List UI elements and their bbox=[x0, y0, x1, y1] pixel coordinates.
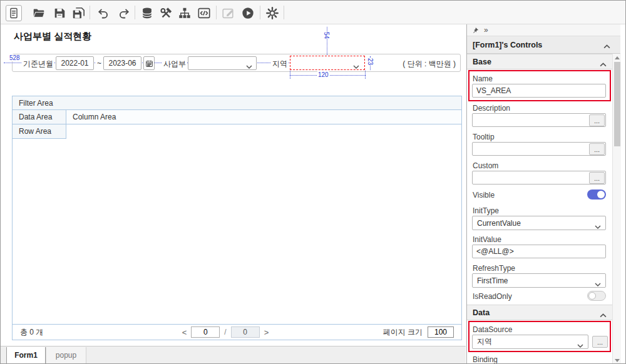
isreadonly-label: IsReadOnly bbox=[473, 292, 512, 301]
toolbar-separator bbox=[260, 6, 260, 19]
toggle-knob bbox=[597, 191, 605, 198]
height-dimension-label: 23 bbox=[366, 58, 374, 65]
prev-page-button[interactable]: < bbox=[182, 328, 187, 337]
scroll-up-icon[interactable] bbox=[615, 56, 620, 59]
save-icon[interactable] bbox=[51, 5, 68, 21]
section-base[interactable]: Base bbox=[467, 54, 620, 69]
guide-offset-x-label: 528 bbox=[9, 54, 21, 61]
database-icon[interactable] bbox=[139, 5, 155, 21]
open-folder-icon[interactable] bbox=[31, 5, 47, 21]
guide-offset-y-label: 54 bbox=[322, 32, 331, 39]
initvalue-label: InitValue bbox=[473, 235, 501, 244]
calendar-button[interactable] bbox=[143, 56, 155, 70]
chevron-down-icon bbox=[595, 222, 601, 231]
division-select[interactable] bbox=[188, 56, 257, 70]
inittype-label: InitType bbox=[473, 206, 499, 215]
toolbar-separator bbox=[216, 6, 217, 19]
region-label: 지역 bbox=[271, 59, 289, 69]
edit-icon[interactable] bbox=[220, 5, 236, 21]
run-icon[interactable] bbox=[240, 5, 256, 21]
tooltip-input[interactable] bbox=[472, 142, 606, 156]
pin-icon[interactable] bbox=[472, 27, 479, 34]
hierarchy-icon[interactable] bbox=[177, 5, 193, 21]
column-area[interactable]: Column Area bbox=[66, 110, 461, 124]
isreadonly-toggle[interactable] bbox=[587, 291, 606, 301]
tooltip-ellipsis-button[interactable]: ... bbox=[589, 143, 605, 155]
scroll-down-icon[interactable] bbox=[615, 359, 620, 362]
chevron-down-icon bbox=[246, 62, 252, 71]
calendar-icon bbox=[145, 59, 153, 68]
description-ellipsis-button[interactable]: ... bbox=[589, 114, 605, 126]
tab-popup[interactable]: popup bbox=[46, 347, 86, 364]
main-toolbar bbox=[1, 1, 626, 24]
page-size-input[interactable] bbox=[428, 326, 454, 338]
visible-toggle[interactable] bbox=[587, 190, 606, 200]
new-document-icon[interactable] bbox=[6, 5, 22, 21]
chevron-up-icon bbox=[600, 60, 607, 69]
scrollbar-thumb[interactable] bbox=[614, 62, 620, 146]
page-title: 사업부별 실적현황 bbox=[14, 31, 91, 43]
period-to-input[interactable] bbox=[103, 56, 141, 70]
settings-icon[interactable] bbox=[264, 5, 280, 21]
section-data[interactable]: Data bbox=[467, 305, 620, 320]
chevron-down-icon bbox=[353, 62, 359, 71]
panel-title[interactable]: [Form1]'s Controls bbox=[467, 36, 620, 54]
pagination: < / > bbox=[169, 326, 282, 338]
datasource-ellipsis-button[interactable]: ... bbox=[592, 336, 608, 348]
description-input[interactable] bbox=[472, 113, 606, 127]
period-from-input[interactable] bbox=[56, 56, 94, 70]
grid-pager: 총 0 개 < / > 페이지 크기 bbox=[13, 324, 461, 340]
region-select-selected[interactable] bbox=[290, 56, 365, 70]
code-icon[interactable] bbox=[196, 5, 212, 21]
tooltip-label: Tooltip bbox=[473, 133, 495, 141]
data-area[interactable]: Data Area bbox=[13, 110, 66, 124]
total-pages-field bbox=[231, 326, 260, 338]
panel-pin-strip: » bbox=[467, 24, 620, 36]
inittype-select[interactable]: CurrentValue bbox=[472, 216, 606, 230]
name-input[interactable] bbox=[472, 84, 606, 98]
page-size-label: 페이지 크기 bbox=[383, 327, 423, 338]
toolbar-separator bbox=[284, 6, 284, 19]
redo-icon[interactable] bbox=[116, 5, 132, 21]
custom-ellipsis-button[interactable]: ... bbox=[589, 172, 605, 184]
refreshtype-select[interactable]: FirstTime bbox=[472, 273, 606, 288]
custom-label: Custom bbox=[473, 161, 498, 170]
app-window: 사업부별 실적현황 528 54 기준년월 ~ 사업부 지역 23 120 ( … bbox=[0, 0, 626, 364]
pivot-grid: Filter Area Data Area Column Area Row Ar… bbox=[12, 96, 462, 340]
chevron-down-icon bbox=[577, 341, 583, 350]
alignment-guide-vertical bbox=[327, 27, 327, 55]
filter-area[interactable]: Filter Area bbox=[13, 96, 461, 110]
tools-icon[interactable] bbox=[158, 5, 174, 21]
name-label: Name bbox=[473, 74, 493, 83]
chevron-up-icon bbox=[600, 311, 607, 320]
panel-scrollbar[interactable] bbox=[612, 54, 621, 364]
initvalue-input[interactable] bbox=[472, 245, 606, 258]
row-area[interactable]: Row Area bbox=[13, 124, 66, 139]
grid-middle-row: Data Area Column Area bbox=[13, 110, 461, 124]
current-page-input[interactable] bbox=[191, 326, 220, 338]
visible-label: Visible bbox=[473, 191, 495, 200]
page-size-group: 페이지 크기 bbox=[383, 326, 454, 338]
tab-form1[interactable]: Form1 bbox=[6, 347, 46, 364]
save-all-icon[interactable] bbox=[70, 5, 86, 21]
width-dimension-label: 120 bbox=[317, 71, 329, 78]
chevron-up-icon bbox=[603, 42, 610, 51]
datasource-label: DataSource bbox=[473, 325, 512, 334]
unit-note: ( 단위 : 백만원 ) bbox=[373, 59, 456, 69]
division-label: 사업부 bbox=[162, 59, 187, 69]
total-count-label: 총 0 개 bbox=[20, 327, 43, 338]
binding-label: Binding bbox=[473, 355, 498, 364]
next-page-button[interactable]: > bbox=[264, 328, 269, 337]
custom-input[interactable] bbox=[472, 171, 606, 185]
datasource-select[interactable]: 지역 bbox=[472, 335, 588, 349]
description-label: Description bbox=[473, 104, 510, 113]
form-tab-bar: Form1 popup bbox=[1, 346, 466, 364]
period-separator: ~ bbox=[96, 59, 103, 68]
refreshtype-label: RefreshType bbox=[473, 264, 515, 273]
collapse-panel-icon[interactable]: » bbox=[484, 26, 488, 34]
toggle-knob bbox=[588, 292, 596, 300]
period-label: 기준년월 bbox=[22, 59, 54, 69]
page-separator: / bbox=[224, 328, 226, 336]
properties-panel: » [Form1]'s Controls Base Name Descripti… bbox=[466, 24, 620, 364]
undo-icon[interactable] bbox=[95, 5, 111, 21]
